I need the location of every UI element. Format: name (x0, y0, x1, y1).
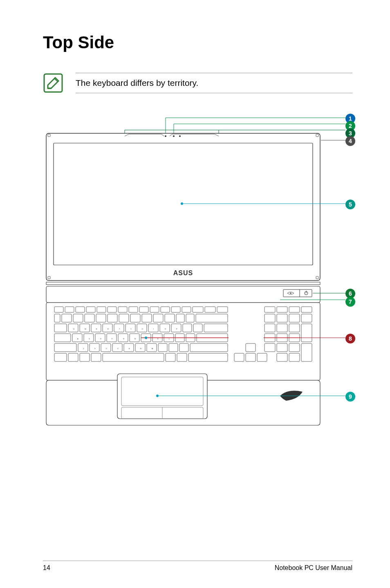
svg-text:Y: Y (130, 328, 132, 330)
svg-text:I: I (153, 328, 154, 330)
page-title: Top Side (43, 33, 352, 52)
laptop-diagram: ASUS (43, 114, 354, 430)
svg-rect-22 (46, 282, 320, 285)
callout-8: 8 (345, 334, 355, 343)
svg-rect-31 (46, 303, 320, 380)
svg-point-12 (165, 135, 166, 137)
svg-text:U: U (142, 328, 143, 330)
svg-text:V: V (117, 348, 119, 350)
svg-text:P: P (176, 328, 177, 330)
svg-point-26 (290, 293, 291, 294)
svg-text:X: X (94, 348, 96, 350)
brand-logo: ASUS (173, 269, 193, 276)
svg-point-13 (173, 135, 175, 137)
svg-point-18 (181, 202, 183, 205)
svg-text:W: W (85, 328, 86, 330)
svg-text:O: O (165, 328, 166, 330)
callout-9: 9 (345, 392, 355, 402)
svg-text:D: D (100, 338, 101, 340)
svg-text:B: B (129, 348, 130, 350)
note-block: The keyboard differs by territory. (43, 73, 352, 93)
page-footer: 14 Notebook PC User Manual (43, 561, 352, 572)
svg-text:C: C (106, 348, 107, 350)
svg-text:E: E (96, 328, 97, 330)
svg-text:R: R (108, 328, 109, 330)
svg-text:M: M (152, 348, 153, 350)
callout-5: 5 (345, 200, 355, 209)
svg-text:J: J (146, 338, 147, 340)
note-text: The keyboard differs by territory. (76, 78, 352, 88)
svg-text:G: G (123, 338, 124, 340)
svg-text:K: K (157, 338, 159, 340)
doc-title: Notebook PC User Manual (275, 564, 352, 572)
svg-rect-17 (54, 143, 313, 265)
callout-4: 4 (345, 136, 355, 146)
svg-rect-23 (46, 286, 320, 303)
svg-text:N: N (140, 348, 141, 350)
callout-7: 7 (345, 297, 355, 307)
page-number: 14 (43, 564, 50, 572)
svg-point-143 (156, 395, 159, 397)
note-pencil-icon (43, 73, 63, 93)
svg-text:H: H (134, 338, 136, 340)
svg-text:Q: Q (73, 328, 74, 330)
svg-rect-0 (44, 74, 62, 92)
svg-point-14 (179, 135, 181, 137)
svg-text:A: A (77, 338, 78, 340)
svg-text:S: S (89, 338, 90, 340)
